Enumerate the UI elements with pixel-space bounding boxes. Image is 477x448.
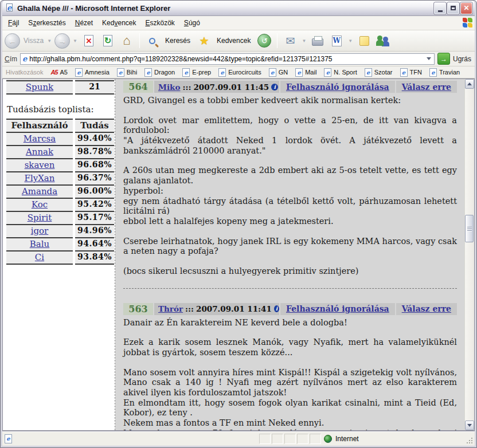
vertical-scrollbar[interactable]: [464, 79, 474, 430]
messenger-button[interactable]: [374, 32, 392, 49]
ignore-user-link[interactable]: Felhasználó ignorálása: [286, 304, 389, 313]
user-link[interactable]: Amanda: [22, 186, 57, 197]
toolbar-separator: [139, 33, 140, 48]
address-dropdown-button[interactable]: [425, 54, 433, 64]
post-paragraph: Mano sosem volt annyira híres mint Kispá…: [123, 368, 457, 430]
toolbar: ← Vissza ▼ → ▼ ✕ ↻ ⌂ Keresés ★ Kedvencek…: [2, 30, 475, 52]
scroll-down-button[interactable]: [465, 421, 474, 430]
security-zone-cell: Internet: [322, 434, 464, 444]
post-paragraph: A 260s utan meg megkereste a 2db embert …: [123, 166, 457, 226]
toolbar-separator: [277, 33, 277, 48]
menu-help[interactable]: Súgó: [179, 17, 205, 29]
messenger-icon: [376, 34, 390, 47]
post-body: GRD, Givangel es a tobbi ember kedveert …: [123, 96, 457, 277]
user-link[interactable]: Balu: [30, 239, 49, 249]
links-bar-item-dragon[interactable]: eDragon: [144, 68, 175, 77]
menu-tools[interactable]: Eszközök: [140, 17, 179, 29]
author-link[interactable]: Thrór: [158, 304, 183, 313]
scrollbar-track[interactable]: [465, 89, 474, 421]
refresh-button[interactable]: ↻: [99, 32, 116, 49]
title-bar: e Ghalla Népe /// - Microsoft Internet E…: [2, 1, 475, 16]
menu-file[interactable]: Fájl: [3, 17, 24, 29]
links-bar-item-gn[interactable]: eGN: [269, 68, 288, 77]
favorites-button[interactable]: ★: [196, 32, 213, 49]
stop-button[interactable]: ✕: [80, 32, 97, 49]
status-page-icon: e: [5, 434, 12, 443]
back-button[interactable]: ←: [5, 33, 20, 49]
links-bar-item-a5[interactable]: A5A5: [50, 69, 68, 76]
links-bar-item-nsport[interactable]: eN. Sport: [324, 68, 357, 77]
resize-grip[interactable]: [466, 437, 474, 445]
close-button[interactable]: ✕: [460, 2, 472, 14]
menu-favorites[interactable]: Kedvencek: [97, 17, 140, 29]
go-label[interactable]: Ugrás: [453, 55, 471, 63]
links-bar-item-mail[interactable]: eMail: [295, 68, 316, 77]
forum-thread: 564 Miko ::: 2007.09.01 11:45 i Felhaszn…: [115, 79, 464, 430]
ie-page-icon: e: [429, 68, 437, 77]
edit-word-button[interactable]: W: [328, 32, 345, 49]
forward-dropdown-icon[interactable]: ▼: [73, 38, 77, 44]
author-link[interactable]: Miko: [158, 82, 180, 92]
go-button[interactable]: →: [437, 53, 450, 65]
info-icon[interactable]: i: [271, 84, 278, 91]
links-bar-item-amnesia[interactable]: eAmnesia: [75, 68, 110, 77]
links-bar-item-travian[interactable]: eTravian: [429, 68, 460, 77]
search-icon: [149, 38, 155, 44]
ignore-user-cell: Felhasználó ignorálása: [280, 303, 395, 315]
post-number: 563: [123, 303, 153, 315]
mail-button[interactable]: ✉: [281, 32, 299, 49]
mail-dropdown-icon[interactable]: ▼: [302, 38, 306, 44]
knowledge-value: 99.40%: [75, 133, 114, 146]
discuss-button[interactable]: [355, 32, 373, 49]
user-link-spunk[interactable]: Spunk: [26, 82, 53, 92]
user-link[interactable]: igor: [31, 226, 49, 236]
user-link[interactable]: skaven: [25, 160, 55, 170]
history-button[interactable]: ↺: [256, 32, 273, 49]
user-link[interactable]: Spirit: [28, 213, 52, 223]
scroll-up-button[interactable]: [465, 79, 474, 89]
maximize-button[interactable]: [447, 2, 459, 14]
links-bar-item-szotar[interactable]: eSzotar: [365, 68, 393, 77]
forward-button[interactable]: →: [54, 33, 70, 49]
back-dropdown-icon[interactable]: ▼: [47, 38, 52, 44]
a5-favicon: A5: [50, 69, 57, 76]
home-button[interactable]: ⌂: [118, 32, 135, 49]
status-bar: e Internet: [2, 431, 475, 446]
search-label[interactable]: Keresés: [165, 37, 190, 45]
reply-link[interactable]: Válasz erre: [402, 82, 451, 92]
edit-dropdown-icon[interactable]: ▼: [348, 38, 353, 44]
menu-edit[interactable]: Szerkesztés: [24, 17, 70, 29]
knowledge-value: 94.96%: [75, 225, 114, 238]
address-input[interactable]: e http://ghalla.pbm.hu/comment.php?q=118…: [20, 53, 435, 65]
user-link[interactable]: Annak: [26, 147, 53, 157]
reply-link[interactable]: Válasz erre: [402, 304, 451, 313]
print-button[interactable]: [309, 32, 326, 49]
address-url[interactable]: http://ghalla.pbm.hu/comment.php?q=11892…: [29, 55, 423, 63]
user-link[interactable]: FlyXan: [25, 173, 55, 183]
forum-post: 563 Thrór ::: 2007.09.01 11:41 i Felhasz…: [123, 303, 457, 430]
user-link[interactable]: Koc: [32, 199, 48, 210]
ignore-user-link[interactable]: Felhasználó ignorálása: [286, 82, 389, 92]
post-timestamp: 2007.09.01 11:41: [196, 304, 272, 313]
knowledge-value: 95.42%: [75, 199, 114, 212]
user-link[interactable]: Ci: [35, 252, 44, 262]
search-button[interactable]: [144, 32, 161, 49]
menu-view[interactable]: Nézet: [71, 17, 97, 29]
links-bar-item-eurocircuits[interactable]: eEurocircuits: [218, 68, 261, 77]
chevron-down-icon: [467, 424, 472, 427]
sidebar: Spunk 21 Tudásbázis toplista: Felhasznál…: [3, 79, 115, 430]
user-link[interactable]: Marcsa: [24, 133, 56, 144]
post-paragraph: Cserebe leirhatnatok, hogy janek IRL is …: [123, 237, 457, 257]
links-bar-item-tfn[interactable]: eTFN: [400, 68, 422, 77]
links-bar-label: Hivatkozások: [6, 69, 43, 76]
scrollbar-thumb[interactable]: [465, 215, 474, 242]
post-paragraph: (bocs sikerul lecsuszni a hulyegyerek pr…: [123, 266, 457, 277]
toplist-row: igor 94.96%: [6, 225, 115, 238]
links-bar-item-eprep[interactable]: eE-prep: [182, 68, 211, 77]
ie-page-icon: e: [400, 68, 408, 77]
minimize-button[interactable]: [434, 2, 446, 14]
favorites-label[interactable]: Kedvencek: [217, 37, 251, 45]
links-bar-item-bihi[interactable]: eBihi: [117, 68, 137, 77]
info-icon[interactable]: i: [274, 305, 279, 312]
knowledge-value: 95.17%: [75, 212, 114, 225]
